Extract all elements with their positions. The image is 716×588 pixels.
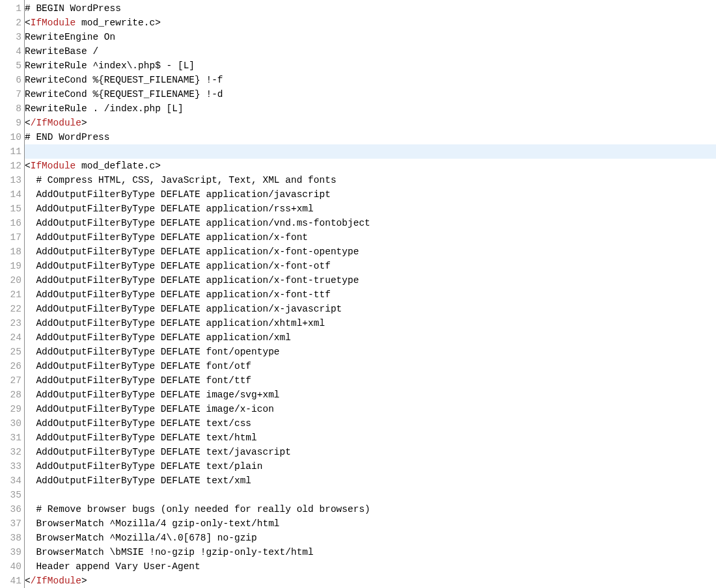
code-line[interactable]: AddOutputFilterByType DEFLATE text/xml <box>25 474 716 488</box>
line-number: 2 <box>0 16 24 30</box>
token-text: # Compress HTML, CSS, JavaScript, Text, … <box>25 175 337 185</box>
line-number: 1 <box>0 1 24 16</box>
token-text: AddOutputFilterByType DEFLATE applicatio… <box>25 218 370 228</box>
line-number: 9 <box>0 116 24 130</box>
code-line[interactable]: # END WordPress <box>25 130 716 144</box>
code-line[interactable]: AddOutputFilterByType DEFLATE applicatio… <box>25 245 716 259</box>
code-area[interactable]: # BEGIN WordPress<IfModule mod_rewrite.c… <box>25 0 716 588</box>
token-text: AddOutputFilterByType DEFLATE font/ttf <box>25 375 251 386</box>
token-text: AddOutputFilterByType DEFLATE applicatio… <box>25 247 359 257</box>
line-number: 29 <box>0 402 24 416</box>
token-text: AddOutputFilterByType DEFLATE image/svg+… <box>25 390 280 400</box>
token-text: AddOutputFilterByType DEFLATE applicatio… <box>25 304 342 314</box>
line-number: 13 <box>0 173 24 187</box>
token-angle: > <box>81 118 87 128</box>
line-number: 34 <box>0 474 24 488</box>
code-line[interactable] <box>25 488 716 502</box>
line-number: 35 <box>0 488 24 502</box>
token-text: AddOutputFilterByType DEFLATE image/x-ic… <box>25 404 274 414</box>
code-line[interactable]: AddOutputFilterByType DEFLATE applicatio… <box>25 230 716 245</box>
code-line[interactable]: RewriteBase / <box>25 44 716 59</box>
line-number: 7 <box>0 87 24 101</box>
token-text: AddOutputFilterByType DEFLATE applicatio… <box>25 332 291 343</box>
code-line[interactable]: AddOutputFilterByType DEFLATE applicatio… <box>25 187 716 202</box>
code-line[interactable]: AddOutputFilterByType DEFLATE applicatio… <box>25 216 716 230</box>
code-line[interactable]: AddOutputFilterByType DEFLATE font/opent… <box>25 345 716 359</box>
code-line[interactable]: # Remove browser bugs (only needed for r… <box>25 502 716 516</box>
line-number: 38 <box>0 531 24 545</box>
code-line[interactable]: AddOutputFilterByType DEFLATE text/html <box>25 431 716 445</box>
code-line[interactable]: <IfModule mod_deflate.c> <box>25 159 716 173</box>
code-line[interactable]: # Compress HTML, CSS, JavaScript, Text, … <box>25 173 716 187</box>
token-text: AddOutputFilterByType DEFLATE font/otf <box>25 361 251 371</box>
token-tag: IfModule <box>36 576 81 586</box>
token-text: AddOutputFilterByType DEFLATE applicatio… <box>25 275 359 286</box>
code-line[interactable]: </IfModule> <box>25 116 716 130</box>
code-line[interactable]: AddOutputFilterByType DEFLATE applicatio… <box>25 273 716 287</box>
line-number: 41 <box>0 574 24 588</box>
code-line[interactable]: AddOutputFilterByType DEFLATE applicatio… <box>25 202 716 216</box>
token-text: AddOutputFilterByType DEFLATE applicatio… <box>25 318 325 328</box>
token-tag: IfModule <box>31 18 76 28</box>
code-line[interactable]: AddOutputFilterByType DEFLATE applicatio… <box>25 316 716 330</box>
line-number: 22 <box>0 302 24 316</box>
code-line[interactable]: AddOutputFilterByType DEFLATE applicatio… <box>25 287 716 302</box>
line-number: 33 <box>0 459 24 474</box>
code-line[interactable]: AddOutputFilterByType DEFLATE image/x-ic… <box>25 402 716 416</box>
code-line[interactable]: AddOutputFilterByType DEFLATE applicatio… <box>25 259 716 273</box>
token-text: AddOutputFilterByType DEFLATE text/javas… <box>25 447 291 457</box>
line-number: 11 <box>0 144 24 159</box>
token-text: AddOutputFilterByType DEFLATE applicatio… <box>25 189 331 200</box>
code-editor[interactable]: 1234567891011121314151617181920212223242… <box>0 0 716 588</box>
line-number: 32 <box>0 445 24 459</box>
code-line[interactable]: RewriteCond %{REQUEST_FILENAME} !-d <box>25 87 716 101</box>
line-number: 16 <box>0 216 24 230</box>
token-text: RewriteEngine On <box>25 32 115 42</box>
token-angle: > <box>155 18 161 28</box>
token-angle: < <box>25 576 31 586</box>
token-text: mod_deflate.c <box>76 161 155 171</box>
token-text: # BEGIN WordPress <box>25 3 121 14</box>
line-number: 14 <box>0 187 24 202</box>
code-line[interactable]: BrowserMatch \bMSIE !no-gzip !gzip-only-… <box>25 545 716 559</box>
code-line[interactable]: Header append Vary User-Agent <box>25 559 716 574</box>
code-line[interactable]: AddOutputFilterByType DEFLATE image/svg+… <box>25 388 716 402</box>
code-line[interactable]: </IfModule> <box>25 574 716 588</box>
token-text: AddOutputFilterByType DEFLATE text/xml <box>25 475 251 486</box>
line-number: 23 <box>0 316 24 330</box>
token-tag: IfModule <box>31 161 76 171</box>
line-number: 12 <box>0 159 24 173</box>
line-number: 15 <box>0 202 24 216</box>
code-line[interactable]: RewriteCond %{REQUEST_FILENAME} !-f <box>25 73 716 87</box>
code-line[interactable]: BrowserMatch ^Mozilla/4 gzip-only-text/h… <box>25 516 716 531</box>
code-line[interactable]: AddOutputFilterByType DEFLATE applicatio… <box>25 330 716 345</box>
code-line[interactable]: AddOutputFilterByType DEFLATE font/ttf <box>25 373 716 388</box>
token-text: AddOutputFilterByType DEFLATE applicatio… <box>25 289 331 300</box>
code-line[interactable]: RewriteRule ^index\.php$ - [L] <box>25 59 716 73</box>
line-number: 40 <box>0 559 24 574</box>
token-angle: > <box>155 161 161 171</box>
token-angle: < <box>25 118 31 128</box>
code-line[interactable]: <IfModule mod_rewrite.c> <box>25 16 716 30</box>
code-line[interactable]: AddOutputFilterByType DEFLATE text/plain <box>25 459 716 474</box>
code-line[interactable]: BrowserMatch ^Mozilla/4\.0[678] no-gzip <box>25 531 716 545</box>
code-line[interactable]: # BEGIN WordPress <box>25 1 716 16</box>
token-text: RewriteRule . /index.php [L] <box>25 103 184 114</box>
code-line[interactable] <box>25 144 716 159</box>
token-text: # Remove browser bugs (only needed for r… <box>25 504 370 514</box>
token-text: RewriteBase / <box>25 46 98 57</box>
line-number: 31 <box>0 431 24 445</box>
line-number: 8 <box>0 101 24 116</box>
token-angle: < <box>25 161 31 171</box>
token-text: Header append Vary User-Agent <box>25 561 200 572</box>
code-line[interactable]: RewriteEngine On <box>25 30 716 44</box>
line-number: 30 <box>0 416 24 431</box>
code-line[interactable]: RewriteRule . /index.php [L] <box>25 101 716 116</box>
token-text: BrowserMatch ^Mozilla/4 gzip-only-text/h… <box>25 518 280 529</box>
line-number: 17 <box>0 230 24 245</box>
token-text: AddOutputFilterByType DEFLATE applicatio… <box>25 232 308 243</box>
code-line[interactable]: AddOutputFilterByType DEFLATE font/otf <box>25 359 716 373</box>
code-line[interactable]: AddOutputFilterByType DEFLATE applicatio… <box>25 302 716 316</box>
code-line[interactable]: AddOutputFilterByType DEFLATE text/css <box>25 416 716 431</box>
code-line[interactable]: AddOutputFilterByType DEFLATE text/javas… <box>25 445 716 459</box>
